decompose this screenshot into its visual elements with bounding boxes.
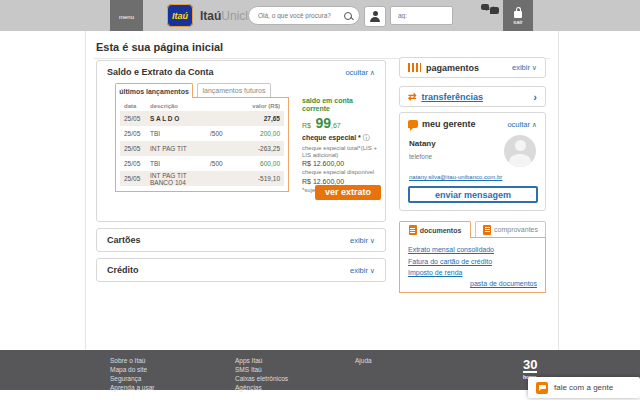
page-title: Esta é sua página inicial [96, 41, 223, 53]
document-icon [483, 225, 491, 235]
tab-ultimos-lancamentos[interactable]: últimos lançamentos [115, 83, 193, 98]
table-row: 25/05 TBI /500 200,00 [120, 126, 284, 141]
footer-link-mapa[interactable]: Mapa do site [110, 365, 154, 374]
footer-link-sms[interactable]: SMS Itaú [235, 365, 288, 374]
enviar-mensagem-button[interactable]: enviar mensagem [408, 186, 538, 203]
footer-link-aprenda[interactable]: Aprenda a usar [110, 383, 154, 392]
chat-label: fale com a gente [554, 383, 613, 392]
extrato-hide-link[interactable]: ocultar [345, 68, 375, 77]
cheque-total-label: cheque especial total*(LIS + LIS adicion… [302, 145, 382, 158]
footer-column-3: Ajuda [355, 356, 372, 365]
itau-logo-text: Itaú [172, 11, 188, 21]
cheque-especial-title: cheque especial * [302, 133, 382, 143]
statement-panel: data descrição valor (R$) 25/05 S A L D … [115, 97, 289, 192]
help-button[interactable]: ajuda [477, 4, 503, 29]
search-box[interactable] [248, 6, 360, 25]
credito-exibir-link[interactable]: exibir [350, 266, 375, 275]
ver-extrato-button[interactable]: ver extrato [315, 185, 381, 200]
manager-phone-label: telefone [409, 153, 432, 160]
doc-link-fatura-cartao[interactable]: Fatura do cartão de crédito [408, 258, 537, 265]
cartoes-card: Cartões exibir [96, 228, 386, 252]
credito-card: Crédito exibir [96, 258, 386, 282]
itau-logo[interactable]: Itaú [167, 4, 193, 27]
chevron-right-icon[interactable]: › [533, 91, 537, 103]
footer-link-sobre[interactable]: Sobre o Itaú [110, 356, 154, 365]
pagamentos-title: pagamentos [426, 63, 479, 73]
doc-link-imposto-renda[interactable]: Imposto de renda [408, 269, 537, 276]
main-content: Esta é sua página inicial Saldo e Extrat… [85, 31, 559, 350]
brand-bold: Itaú [200, 9, 221, 23]
user-button[interactable] [364, 6, 386, 27]
footer-link-ajuda[interactable]: Ajuda [355, 356, 372, 365]
footer-link-agencias[interactable]: Agências [235, 383, 288, 392]
saldo-value: R$ 99,67 [302, 114, 382, 127]
tab-documentos[interactable]: documentos [399, 221, 471, 238]
tab-lancamentos-futuros[interactable]: lançamentos futuros [197, 83, 271, 98]
gerente-hide-link[interactable]: ocultar [507, 120, 537, 129]
transfer-arrows-icon: ⇄ [408, 92, 416, 102]
manager-avatar [504, 135, 536, 167]
gerente-title: meu gerente [422, 119, 476, 129]
person-icon [369, 11, 381, 22]
transferencias-link[interactable]: transferências [421, 92, 483, 102]
balance-summary: saldo em conta corrente R$ 99,67 cheque … [302, 97, 382, 193]
header: menu Itaú ItaúUniclass ajuda sair [0, 0, 640, 31]
credito-title: Crédito [107, 265, 139, 275]
cheque-total-value: R$ 12.600,00 [302, 160, 382, 167]
extrato-card: Saldo e Extrato da Conta ocultar últimos… [96, 60, 386, 222]
gerente-card: meu gerente ocultar Natany telefone nata… [399, 112, 546, 211]
tab-futuros-label: lançamentos futuros [202, 87, 265, 94]
table-row: 25/05 S A L D O 27,65 [120, 111, 284, 126]
chat-icon [536, 382, 548, 394]
fale-com-a-gente-button[interactable]: fale com a gente [528, 377, 640, 398]
itau-homepage: menu Itaú ItaúUniclass ajuda sair Esta é… [0, 0, 640, 400]
footer-link-seguranca[interactable]: Segurança [110, 374, 154, 383]
footer-link-caixas[interactable]: Caixas eletrônicos [235, 374, 288, 383]
col-valor: valor (R$) [240, 103, 284, 109]
barcode-icon [408, 63, 421, 72]
table-row: 25/05 INT PAG TIT BANCO 104 -519,10 [120, 171, 284, 186]
manager-email-link[interactable]: natany.silva@itau-unibanco.com.br [409, 174, 502, 180]
saldo-label: saldo em conta corrente [302, 97, 382, 113]
cheque-disp-value: R$ 12.600,00 [302, 178, 382, 185]
agency-input[interactable] [396, 11, 447, 20]
logout-button[interactable]: sair [503, 0, 533, 31]
col-descricao: descrição [150, 103, 210, 109]
pagamentos-card: pagamentos exibir [399, 57, 546, 78]
logout-label: sair [513, 19, 523, 25]
tab-comprovantes-label: comprovantes [494, 226, 538, 233]
chat-bubble-icon [408, 120, 418, 128]
table-row: 25/05 INT PAG TIT -263,25 [120, 141, 284, 156]
cartoes-exibir-link[interactable]: exibir [350, 236, 375, 245]
doc-link-extrato-mensal[interactable]: Extrato mensal consolidado [408, 246, 537, 253]
search-icon[interactable] [344, 12, 352, 20]
manager-name: Natany [409, 139, 436, 148]
tab-ultimos-label: últimos lançamentos [119, 88, 189, 95]
agency-field[interactable] [390, 6, 453, 25]
extrato-card-title: Saldo e Extrato da Conta [107, 67, 214, 77]
documentos-section: documentos comprovantes Extrato mensal c… [399, 221, 546, 293]
footer-column-1: Sobre o Itaú Mapa do site Segurança Apre… [110, 356, 154, 392]
pagamentos-exibir-link[interactable]: exibir [512, 63, 537, 72]
pasta-de-documentos-link[interactable]: pasta de documentos [470, 280, 537, 287]
tab-documentos-label: documentos [420, 227, 462, 234]
table-row: 25/05 TBI /500 600,00 [120, 156, 284, 171]
col-data: data [120, 103, 150, 109]
statement-table-header: data descrição valor (R$) [120, 101, 284, 111]
footer-column-2: Apps Itaú SMS Itaú Caixas eletrônicos Ag… [235, 356, 288, 392]
tab-comprovantes[interactable]: comprovantes [475, 221, 546, 238]
cartoes-title: Cartões [107, 235, 141, 245]
footer-link-apps[interactable]: Apps Itaú [235, 356, 288, 365]
cheque-disp-label: cheque especial disponível [302, 169, 382, 176]
documentos-panel: Extrato mensal consolidado Fatura do car… [399, 237, 546, 293]
menu-button[interactable]: menu [110, 0, 143, 31]
document-icon [409, 225, 417, 235]
menu-label: menu [119, 14, 134, 20]
lock-icon [513, 7, 523, 18]
transferencias-card[interactable]: ⇄ transferências › [399, 86, 546, 107]
search-input[interactable] [256, 11, 341, 20]
